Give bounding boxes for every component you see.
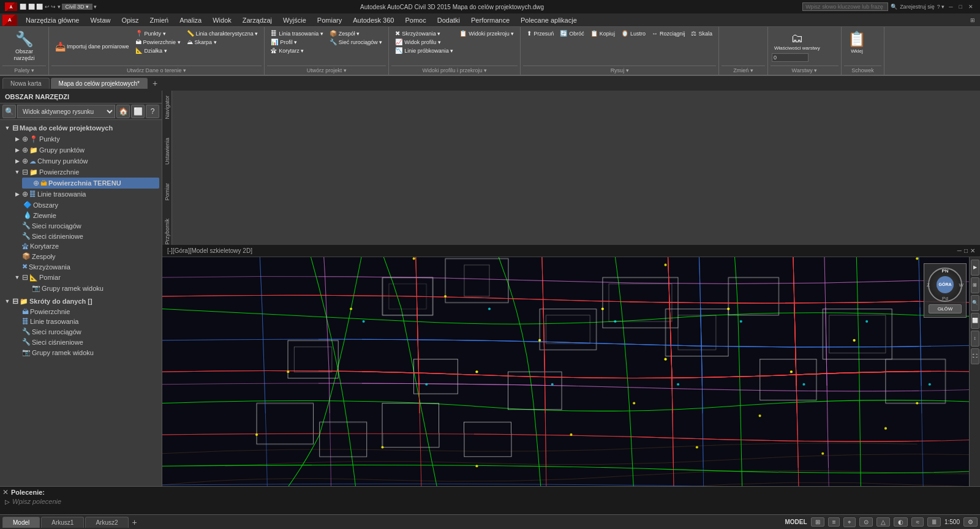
tree-item-zlewnie[interactable]: 💧 Zlewnie bbox=[12, 210, 159, 220]
ribbon-btn-linia-char[interactable]: 📏 Linia charakterystyczna ▾ bbox=[184, 29, 261, 37]
menu-opisz[interactable]: Opisz bbox=[116, 15, 143, 25]
ribbon-btn-rozciagnij[interactable]: ↔ Rozciągnij bbox=[649, 29, 688, 37]
tree-item-skr-pow[interactable]: 🏔 Powierzchnie bbox=[12, 307, 159, 317]
tree-item-sieci-rur[interactable]: 🔧 Sieci rurociągów bbox=[12, 220, 159, 231]
ortho-btn[interactable]: ⌖ bbox=[843, 517, 856, 527]
tree-item-korytarze[interactable]: 🛣 Korytarze bbox=[12, 241, 159, 251]
tree-item-grupy-ramek[interactable]: 📷 Grupy ramek widoku bbox=[22, 283, 159, 293]
ribbon-btn-importuj[interactable]: 📥Importuj dane pomiarowe bbox=[53, 29, 132, 64]
panel-help-btn[interactable]: ? bbox=[146, 105, 159, 118]
tree-item-pomiar[interactable]: ▼ ⊟ 📐 Pomiar bbox=[12, 272, 159, 283]
tree-item-skr-sc[interactable]: 🔧 Sieci ciśnieniowe bbox=[12, 337, 159, 347]
ribbon-btn-wklej[interactable]: 📋 Wklej bbox=[845, 29, 869, 55]
nav-bottom-btn[interactable]: GŁÓW bbox=[929, 304, 962, 313]
tab-arkusz1[interactable]: Arkusz1 bbox=[41, 517, 84, 528]
menu-wyjscie[interactable]: Wyjście bbox=[278, 15, 311, 25]
viewport-restore[interactable]: □ bbox=[964, 247, 968, 254]
compass-center[interactable]: GÓRA bbox=[937, 276, 954, 293]
menu-zarzadzaj[interactable]: Zarządzaj bbox=[238, 15, 277, 25]
ribbon-btn-powierzchnie[interactable]: 🏔 Powierzchnie ▾ bbox=[133, 38, 183, 46]
right-tool-6[interactable]: ⛶ bbox=[971, 348, 979, 364]
ribbon-btn-widok-prof[interactable]: 📈 Widok profilu ▾ bbox=[393, 38, 456, 46]
osnap-btn[interactable]: △ bbox=[876, 517, 890, 527]
ribbon-btn-obszar[interactable]: 🔧 Obszar narzędzi bbox=[4, 29, 45, 62]
ribbon-btn-widoki-prz[interactable]: 📋 Widoki przekroju ▾ bbox=[457, 29, 516, 37]
close-btn[interactable]: ✕ bbox=[967, 4, 975, 10]
ribbon-btn-skala[interactable]: ⚖ Skala bbox=[688, 29, 715, 37]
menu-narzedzia[interactable]: Narzędzia główne bbox=[21, 15, 84, 25]
menu-performance[interactable]: Performance bbox=[466, 15, 514, 25]
tree-item-punkty[interactable]: ▶ ⊕ 📍 Punkty bbox=[12, 133, 159, 144]
right-tool-5[interactable]: ↕ bbox=[971, 331, 979, 347]
panel-home-btn[interactable]: 🏠 bbox=[116, 105, 130, 118]
menu-analiza[interactable]: Analiza bbox=[175, 15, 206, 25]
menu-zmien[interactable]: Zmień bbox=[145, 15, 174, 25]
tab-arkusz2[interactable]: Arkusz2 bbox=[85, 517, 128, 528]
minimize-btn[interactable]: ─ bbox=[947, 4, 954, 10]
snap-btn[interactable]: ≡ bbox=[828, 517, 840, 527]
menu-pomoc[interactable]: Pomoc bbox=[400, 15, 431, 25]
menu-polecane[interactable]: Polecane aplikacje bbox=[516, 15, 582, 25]
doc-tab-add[interactable]: + bbox=[149, 77, 161, 89]
ribbon-btn-linie-prob[interactable]: 📉 Linie próbkowania ▾ bbox=[393, 47, 456, 54]
tree-item-sieci-cisn[interactable]: 🔧 Sieci ciśnieniowe bbox=[12, 231, 159, 241]
tree-item-skr-gr[interactable]: 📷 Grupy ramek widoku bbox=[12, 347, 159, 358]
grid-btn[interactable]: ⊞ bbox=[811, 517, 824, 527]
menu-dodatki[interactable]: Dodatki bbox=[432, 15, 465, 25]
tree-item-root[interactable]: ▼ ⊟ Mapa do celów projektowych bbox=[2, 122, 159, 133]
ribbon-btn-dzialka[interactable]: 📐 Działka ▾ bbox=[133, 47, 183, 54]
tree-item-grupy-pkt[interactable]: ▶ ⊕ 📁 Grupy punktów bbox=[12, 144, 159, 156]
right-tool-4[interactable]: ⬜ bbox=[971, 313, 979, 329]
menu-widok[interactable]: Widok bbox=[208, 15, 236, 25]
viewport[interactable]: X ✕ PN Pd W Z GÓRA bbox=[162, 257, 980, 486]
cmd-close-btn[interactable]: ✕ bbox=[2, 488, 9, 497]
ribbon-btn-wlasciwosci[interactable]: 🗂 Właściwości warstwy bbox=[772, 29, 823, 53]
ribbon-btn-przesun[interactable]: ⬆ Przesuń bbox=[524, 29, 556, 37]
view-dropdown[interactable]: Widok aktywnego rysunku bbox=[17, 105, 115, 118]
ribbon-btn-lustro[interactable]: 🪞 Lustro bbox=[619, 29, 648, 37]
menu-wstaw[interactable]: Wstaw bbox=[85, 15, 115, 25]
ribbon-btn-profil[interactable]: 📊 Profil ▾ bbox=[268, 38, 326, 46]
search-input[interactable] bbox=[802, 2, 888, 11]
tree-item-chmury[interactable]: ▶ ⊕ ☁ Chmury punktów bbox=[12, 156, 159, 167]
tree-item-skrzyzowania[interactable]: ✖ Skrzyżowania bbox=[12, 261, 159, 272]
help-icon[interactable]: ? ▾ bbox=[937, 4, 945, 10]
polar-btn[interactable]: ⊙ bbox=[859, 517, 873, 527]
ribbon-btn-skrzyzowania[interactable]: ✖ Skrzyżowania ▾ bbox=[393, 29, 456, 37]
ribbon-btn-linia-tras[interactable]: 🛤 Linia trasowania ▾ bbox=[268, 29, 326, 37]
doc-tab-mapa[interactable]: Mapa do celów projektowych* bbox=[51, 78, 148, 89]
tab-add[interactable]: + bbox=[130, 517, 140, 527]
menu-autodesk360[interactable]: Autodesk 360 bbox=[348, 15, 399, 25]
right-tool-1[interactable]: ▶ bbox=[971, 260, 979, 276]
ribbon-btn-siec-rur[interactable]: 🔧 Sieć rurociągów ▾ bbox=[327, 38, 385, 46]
doc-tab-new[interactable]: Nowa karta bbox=[2, 78, 50, 89]
tree-item-powierzchnie[interactable]: ▼ ⊟ 📁 Powierzchnie bbox=[12, 167, 159, 178]
menu-pomiary[interactable]: Pomiary bbox=[312, 15, 347, 25]
otrack-btn[interactable]: ◐ bbox=[894, 517, 908, 527]
layer-number-input[interactable] bbox=[772, 53, 809, 62]
cmd-field[interactable] bbox=[12, 498, 975, 505]
restore-btn[interactable]: □ bbox=[957, 4, 964, 10]
lineweight-btn[interactable]: ≈ bbox=[911, 517, 924, 527]
viewport-minimize[interactable]: ─ bbox=[957, 247, 962, 254]
panel-new-btn[interactable]: ⬜ bbox=[131, 105, 145, 118]
ribbon-btn-punkty[interactable]: 📍 Punkty ▾ bbox=[133, 29, 183, 37]
right-tool-2[interactable]: ⊞ bbox=[971, 277, 979, 293]
ribbon-btn-korytarz[interactable]: 🛣 Korytarz ▾ bbox=[268, 47, 326, 54]
tree-item-skr-sr[interactable]: 🔧 Sieci rurociągów bbox=[12, 326, 159, 337]
tree-item-obszary[interactable]: 🔷 Obszary bbox=[12, 200, 159, 210]
ribbon-btn-skarpa[interactable]: ⛰ Skarpa ▾ bbox=[184, 38, 261, 46]
tree-item-powierzchnia-terenu[interactable]: ⊕ 🏔 Powierzchnia TERENU bbox=[22, 178, 159, 189]
ribbon-btn-zespol[interactable]: 📦 Zespół ▾ bbox=[327, 29, 385, 37]
ribbon-btn-obroc[interactable]: 🔄 Obróć bbox=[557, 29, 587, 37]
settings-btn[interactable]: ≣ bbox=[927, 517, 941, 527]
tree-item-linie-tras[interactable]: ▶ ⊕ 🛤 Linie trasowania bbox=[12, 189, 159, 200]
right-tool-3[interactable]: 🔍 bbox=[971, 295, 979, 311]
app-menu-logo[interactable]: A bbox=[2, 15, 17, 26]
tree-item-skr-lin[interactable]: 🛤 Linie trasowania bbox=[12, 317, 159, 326]
tree-item-zespoly[interactable]: 📦 Zespoły bbox=[12, 251, 159, 261]
viewport-close[interactable]: ✕ bbox=[970, 247, 975, 254]
panel-search-btn[interactable]: 🔍 bbox=[2, 105, 16, 118]
ribbon-btn-kopiuj[interactable]: 📋 Kopiuj bbox=[588, 29, 617, 37]
tab-model[interactable]: Model bbox=[2, 517, 40, 528]
